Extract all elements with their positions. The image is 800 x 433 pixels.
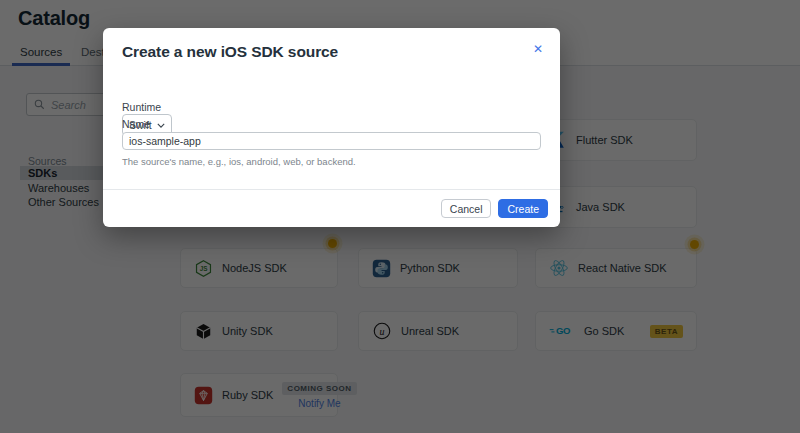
name-input[interactable] [122, 132, 541, 150]
app-root: Catalog Sources Destinations Sources SDK… [0, 0, 800, 433]
name-helper-text: The source's name, e.g., ios, android, w… [122, 156, 356, 167]
modal-title: Create a new iOS SDK source [122, 43, 338, 61]
modal-footer: Cancel Create [103, 189, 560, 227]
name-label: Name [122, 118, 150, 130]
close-icon[interactable]: ✕ [533, 42, 543, 56]
runtime-label: Runtime [122, 101, 161, 113]
create-button[interactable]: Create [498, 199, 548, 218]
create-source-modal: Create a new iOS SDK source ✕ Runtime Sw… [103, 28, 560, 227]
cancel-button[interactable]: Cancel [441, 199, 492, 218]
chevron-down-icon [157, 123, 165, 128]
